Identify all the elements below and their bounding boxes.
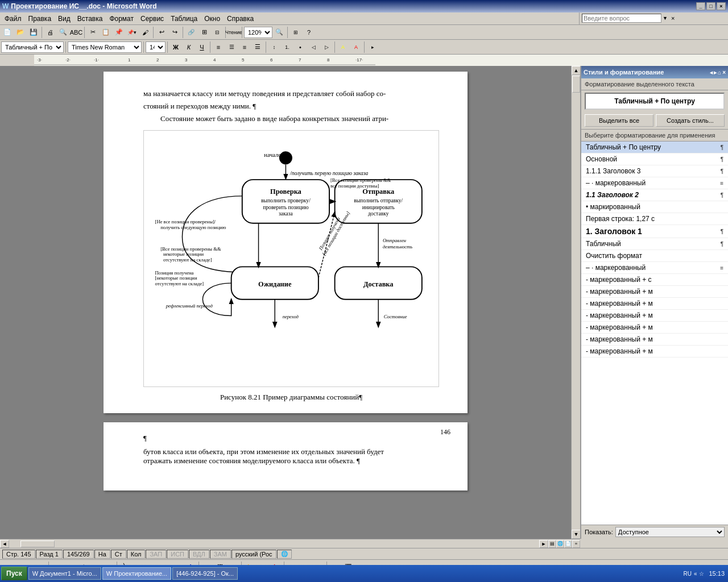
menu-help[interactable]: Справка — [224, 14, 257, 24]
close-button[interactable]: × — [717, 2, 726, 10]
h-scroll-track[interactable] — [9, 540, 539, 548]
horizontal-scrollbar[interactable]: ◄ ► ▤ 🌐 📄 ≡ — [0, 539, 580, 548]
table2-button[interactable]: ⊟ — [211, 26, 224, 39]
cut-button[interactable]: ✂ — [86, 26, 99, 39]
new-button[interactable]: 📄 — [1, 26, 14, 39]
page-1: ма назначается классу или методу поведен… — [104, 72, 468, 413]
menu-window[interactable]: Окно — [201, 14, 224, 24]
style-item-1[interactable]: Основной¶ — [581, 153, 728, 165]
style-item-7[interactable]: 1. Заголовок 1¶ — [581, 225, 728, 238]
show-combo[interactable]: Доступное — [615, 527, 725, 537]
underline-button[interactable]: Ч — [196, 41, 208, 53]
select-all-button[interactable]: Выделить все — [585, 114, 653, 127]
help2-btn[interactable]: ? — [303, 26, 315, 39]
style-item-14[interactable]: - маркерованный + м — [581, 310, 728, 322]
style-item-17[interactable]: - маркерованный + м — [581, 346, 728, 357]
panel-home-button[interactable]: ⌂ — [718, 69, 721, 76]
align-justify[interactable]: ☰ — [251, 41, 264, 53]
spell-button[interactable]: ABC — [70, 26, 82, 39]
taskbar-item-2[interactable]: [446-924-925] - Ок... — [172, 567, 238, 580]
style-item-4[interactable]: 1.1 Заголовок 2¶ — [581, 189, 728, 201]
style-item-0[interactable]: Табличный + По центру¶ — [581, 142, 728, 153]
scroll-up-button[interactable]: ▲ — [572, 66, 580, 75]
style-item-12[interactable]: - маркерованный + м — [581, 286, 728, 298]
style-item-10[interactable]: – · маркерованный≡ — [581, 262, 728, 274]
help-arrow[interactable]: ▼ — [663, 15, 668, 21]
align-right[interactable]: ≡ — [238, 41, 251, 53]
more-btn[interactable]: ⊞ — [289, 26, 302, 39]
redo-button[interactable]: ↪ — [168, 26, 181, 39]
increase-indent[interactable]: ▷ — [320, 41, 333, 53]
style-item-16[interactable]: - маркерованный + м — [581, 334, 728, 346]
outline-view-btn[interactable]: ≡ — [572, 540, 580, 548]
style-item-9[interactable]: Очистить формат — [581, 250, 728, 262]
scroll-right-button[interactable]: ► — [539, 540, 548, 548]
save-button[interactable]: 💾 — [27, 26, 40, 39]
taskbar-item-1[interactable]: W Проектирование... — [102, 567, 171, 580]
menu-format[interactable]: Формат — [106, 14, 137, 24]
zoom-combo[interactable]: 120%100%150% — [244, 27, 272, 38]
highlight[interactable]: A — [337, 41, 349, 53]
bold-button[interactable]: Ж — [169, 41, 182, 53]
style-item-11[interactable]: - маркерованный + с — [581, 274, 728, 286]
titlebar-buttons: _ □ × — [696, 2, 726, 10]
start-button[interactable]: Пуск — [1, 567, 27, 580]
maximize-button[interactable]: □ — [706, 2, 715, 10]
menu-view[interactable]: Вид — [55, 14, 74, 24]
panel-close-button[interactable]: × — [722, 69, 726, 76]
style-combo[interactable]: Табличный + По... — [1, 41, 64, 53]
open-button[interactable]: 📂 — [14, 26, 27, 39]
print-view-btn[interactable]: 📄 — [564, 540, 572, 548]
create-style-button[interactable]: Создать стиль... — [656, 114, 725, 127]
web-view-btn[interactable]: 🌐 — [556, 540, 564, 548]
read-mode-button[interactable]: Чтение — [228, 26, 240, 39]
zoom-btn[interactable]: 🔍 — [273, 26, 286, 39]
numbering[interactable]: 1. — [281, 41, 293, 53]
menu-edit[interactable]: Правка — [25, 14, 55, 24]
bullets[interactable]: • — [294, 41, 307, 53]
scroll-down-button[interactable]: ▼ — [572, 530, 580, 539]
italic-button[interactable]: К — [183, 41, 195, 53]
undo-button[interactable]: ↩ — [155, 26, 168, 39]
line-spacing[interactable]: ↕ — [268, 41, 280, 53]
scroll-thumb[interactable] — [572, 76, 580, 93]
table-button[interactable]: ⊞ — [198, 26, 210, 39]
menu-tools[interactable]: Сервис — [137, 14, 167, 24]
panel-forward-button[interactable]: ▸ — [714, 69, 717, 76]
font-color[interactable]: A — [350, 41, 362, 53]
normal-view-btn[interactable]: ▤ — [548, 540, 556, 548]
menu-table[interactable]: Таблица — [167, 14, 201, 24]
taskbar-item-0[interactable]: W Документ1 - Micro... — [28, 567, 101, 580]
font-combo[interactable]: Times New Roman — [68, 41, 142, 53]
format-painter[interactable]: 🖌 — [139, 26, 151, 39]
panel-back-button[interactable]: ◂ — [710, 69, 713, 76]
scroll-left-button[interactable]: ◄ — [0, 540, 9, 548]
vertical-scrollbar[interactable]: ▲ ▼ — [571, 66, 580, 539]
hyperlink-button[interactable]: 🔗 — [185, 26, 197, 39]
size-combo[interactable]: 14 — [146, 41, 166, 53]
style-item-15[interactable]: - маркерованный + м — [581, 322, 728, 334]
scroll-track[interactable] — [572, 75, 580, 530]
style-item-5[interactable]: • маркированный — [581, 201, 728, 213]
paste-button[interactable]: 📌 — [113, 26, 125, 39]
print-button[interactable]: 🖨 — [44, 26, 56, 39]
decrease-indent[interactable]: ◁ — [307, 41, 320, 53]
align-left[interactable]: ≡ — [212, 41, 225, 53]
more-fmt[interactable]: ▸ — [366, 41, 379, 53]
menu-file[interactable]: Файл — [1, 14, 25, 24]
h-scroll-thumb[interactable] — [20, 541, 55, 547]
help-close[interactable]: × — [671, 15, 675, 22]
copy-button[interactable]: 📋 — [100, 26, 112, 39]
preview-button[interactable]: 🔍 — [57, 26, 69, 39]
style-item-6[interactable]: Первая строка: 1,27 с — [581, 213, 728, 225]
align-center[interactable]: ☰ — [225, 41, 238, 53]
style-item-2[interactable]: 1.1.1 Заголовок 3¶ — [581, 165, 728, 177]
help-input[interactable] — [582, 14, 661, 23]
minimize-button[interactable]: _ — [696, 2, 705, 10]
style-item-8[interactable]: Табличный¶ — [581, 238, 728, 250]
style-item-3[interactable]: – · маркерованный≡ — [581, 177, 728, 189]
paste-special-button[interactable]: 📌▾ — [126, 26, 138, 39]
style-item-13[interactable]: - маркерованный + м — [581, 298, 728, 310]
page-container[interactable]: ма назначается классу или методу поведен… — [0, 66, 571, 539]
menu-insert[interactable]: Вставка — [74, 14, 106, 24]
